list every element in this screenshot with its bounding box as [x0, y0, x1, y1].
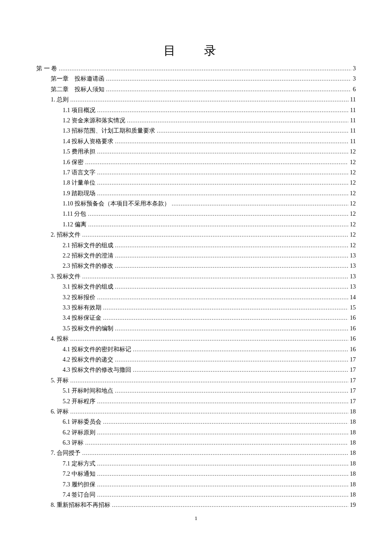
toc-leader-dots	[97, 397, 348, 406]
toc-entry-label: 3.4 投标保证金	[63, 313, 101, 323]
toc-leader-dots	[97, 469, 348, 479]
toc-leader-dots	[103, 303, 348, 312]
toc-leader-dots	[127, 116, 349, 125]
toc-entry-page: 18	[350, 428, 356, 437]
toc-leader-dots	[82, 230, 348, 240]
toc-entry-page: 18	[350, 480, 356, 489]
toc-entry: 5. 开标17	[36, 376, 356, 385]
toc-entry: 1.7 语言文字12	[36, 168, 356, 177]
toc-entry-page: 13	[350, 282, 356, 292]
toc-entry-label: 7.4 签订合同	[63, 490, 95, 500]
toc-leader-dots	[115, 251, 348, 260]
toc-entry: 2. 招标文件12	[36, 230, 356, 240]
toc-entry-page: 12	[350, 168, 356, 177]
toc-leader-dots	[70, 407, 348, 416]
toc-leader-dots	[115, 386, 348, 396]
toc-entry-page: 14	[350, 293, 356, 302]
toc-leader-dots	[97, 480, 348, 489]
toc-entry-label: 5.2 开标程序	[63, 397, 95, 406]
toc-entry-page: 12	[350, 147, 356, 156]
toc-entry-page: 11	[350, 106, 356, 115]
toc-entry: 7.1 定标方式18	[36, 459, 356, 468]
toc-title: 目 录	[36, 43, 356, 59]
toc-entry-page: 12	[350, 158, 356, 167]
toc-leader-dots	[103, 313, 348, 323]
toc-leader-dots	[106, 85, 351, 94]
toc-entry: 1.8 计量单位12	[36, 178, 356, 188]
toc-entry-label: 7.2 中标通知	[63, 469, 95, 479]
document-page: 目 录 第 一 卷3第一章 投标邀请函3第二章 投标人须知61. 总则111.1…	[0, 0, 392, 528]
toc-entry-label: 2. 招标文件	[51, 230, 81, 240]
toc-entry: 第二章 投标人须知6	[36, 85, 356, 94]
toc-entry-page: 13	[350, 272, 356, 281]
toc-entry: 4.3 投标文件的修改与撤回17	[36, 365, 356, 375]
toc-entry: 1.12 偏离12	[36, 220, 356, 229]
toc-entry-label: 第 一 卷	[36, 64, 57, 73]
toc-leader-dots	[172, 199, 348, 208]
toc-entry: 7. 合同授予18	[36, 448, 356, 458]
toc-entry: 3.5 投标文件的编制16	[36, 324, 356, 333]
toc-leader-dots	[97, 459, 348, 468]
toc-entry-page: 13	[350, 261, 356, 271]
toc-leader-dots	[97, 428, 348, 437]
toc-entry-page: 18	[350, 490, 356, 500]
toc-entry: 4. 投标16	[36, 334, 356, 344]
toc-entry-page: 12	[350, 230, 356, 240]
toc-leader-dots	[115, 355, 348, 364]
toc-entry-page: 16	[350, 313, 356, 323]
toc-entry-label: 4. 投标	[51, 334, 69, 344]
toc-entry-page: 11	[350, 116, 356, 125]
toc-entry-label: 1.6 保密	[63, 158, 84, 167]
toc-entry-page: 11	[350, 137, 356, 146]
toc-entry-page: 17	[350, 376, 356, 385]
toc-entry-label: 3.3 投标有效期	[63, 303, 101, 312]
toc-entry-page: 16	[350, 345, 356, 354]
toc-leader-dots	[88, 209, 348, 219]
toc-entry-label: 7.1 定标方式	[63, 459, 95, 468]
toc-entry-label: 2.2 招标文件的澄清	[63, 251, 113, 260]
toc-entry-label: 8. 重新招标和不再招标	[51, 500, 110, 510]
toc-entry-page: 15	[350, 303, 356, 312]
toc-leader-dots	[106, 74, 351, 84]
toc-entry: 1. 总则11	[36, 95, 356, 104]
toc-entry: 3.1 投标文件的组成13	[36, 282, 356, 292]
toc-leader-dots	[112, 500, 348, 510]
page-number: 1	[0, 515, 392, 522]
toc-entry-label: 1. 总则	[51, 95, 69, 104]
toc-entry-label: 2.1 招标文件的组成	[63, 241, 113, 250]
toc-entry-page: 11	[350, 95, 356, 104]
toc-entry-page: 12	[350, 220, 356, 229]
toc-entry: 第 一 卷3	[36, 64, 356, 73]
toc-leader-dots	[82, 448, 348, 458]
toc-entry-label: 1.4 投标人资格要求	[63, 137, 113, 146]
toc-leader-dots	[115, 261, 348, 271]
toc-entry-page: 16	[350, 334, 356, 344]
toc-entry: 1.4 投标人资格要求11	[36, 137, 356, 146]
toc-entry-label: 1.5 费用承担	[63, 147, 95, 156]
toc-entry-label: 1.10 投标预备会（本项目不采用本条款）	[63, 199, 170, 208]
toc-entry: 1.2 资金来源和落实情况11	[36, 116, 356, 125]
toc-leader-dots	[133, 345, 348, 354]
toc-entry-page: 18	[350, 448, 356, 458]
toc-leader-dots	[97, 490, 348, 500]
toc-entry-label: 1.1 项目概况	[63, 106, 95, 115]
toc-leader-dots	[97, 106, 349, 115]
toc-entry: 4.1 投标文件的密封和标记16	[36, 345, 356, 354]
toc-entry: 5.1 开标时间和地点17	[36, 386, 356, 396]
toc-entry-label: 1.12 偏离	[63, 220, 86, 229]
toc-entry: 第一章 投标邀请函3	[36, 74, 356, 84]
toc-entry-label: 第一章 投标邀请函	[51, 74, 104, 84]
toc-leader-dots	[82, 272, 348, 281]
toc-entry-label: 6.1 评标委员会	[63, 417, 101, 427]
toc-entry: 6. 评标18	[36, 407, 356, 416]
toc-leader-dots	[70, 376, 348, 385]
toc-entry: 3. 投标文件13	[36, 272, 356, 281]
toc-entry-page: 17	[350, 355, 356, 364]
toc-entry: 7.4 签订合同18	[36, 490, 356, 500]
toc-entry: 8. 重新招标和不再招标19	[36, 500, 356, 510]
toc-entry-page: 18	[350, 469, 356, 479]
toc-leader-dots	[59, 64, 351, 73]
toc-entry-label: 第二章 投标人须知	[51, 85, 104, 94]
toc-leader-dots	[97, 147, 348, 156]
toc-leader-dots	[103, 417, 348, 427]
